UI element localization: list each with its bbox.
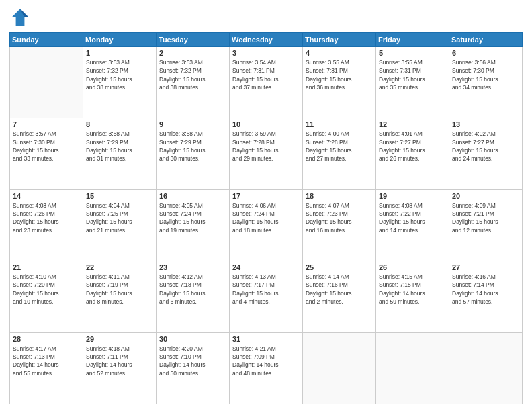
calendar-cell: 20Sunrise: 4:09 AM Sunset: 7:21 PM Dayli…	[449, 189, 523, 261]
day-number: 2	[159, 49, 226, 57]
header	[9, 7, 523, 28]
page: SundayMondayTuesdayWednesdayThursdayFrid…	[0, 0, 532, 411]
calendar-cell	[376, 332, 449, 404]
day-info: Sunrise: 4:13 AM Sunset: 7:17 PM Dayligh…	[232, 273, 300, 306]
calendar-cell: 7Sunrise: 3:57 AM Sunset: 7:30 PM Daylig…	[10, 118, 83, 189]
day-info: Sunrise: 3:55 AM Sunset: 7:31 PM Dayligh…	[306, 58, 373, 91]
day-info: Sunrise: 4:17 AM Sunset: 7:13 PM Dayligh…	[13, 345, 80, 377]
day-number: 31	[232, 335, 300, 343]
calendar-week-row: 7Sunrise: 3:57 AM Sunset: 7:30 PM Daylig…	[10, 118, 523, 189]
calendar-cell: 18Sunrise: 4:07 AM Sunset: 7:23 PM Dayli…	[303, 189, 376, 261]
day-number: 17	[232, 192, 300, 200]
calendar-cell: 8Sunrise: 3:58 AM Sunset: 7:29 PM Daylig…	[83, 118, 157, 189]
calendar-cell: 2Sunrise: 3:53 AM Sunset: 7:32 PM Daylig…	[157, 47, 230, 118]
day-info: Sunrise: 4:08 AM Sunset: 7:22 PM Dayligh…	[379, 201, 446, 234]
day-number: 4	[306, 49, 373, 57]
day-number: 6	[452, 49, 519, 57]
day-number: 13	[452, 120, 519, 128]
calendar-cell: 4Sunrise: 3:55 AM Sunset: 7:31 PM Daylig…	[303, 47, 376, 118]
day-number: 9	[159, 120, 226, 128]
day-info: Sunrise: 4:16 AM Sunset: 7:14 PM Dayligh…	[452, 273, 519, 306]
day-info: Sunrise: 3:53 AM Sunset: 7:32 PM Dayligh…	[159, 58, 226, 91]
calendar-cell: 31Sunrise: 4:21 AM Sunset: 7:09 PM Dayli…	[230, 332, 303, 404]
day-info: Sunrise: 4:01 AM Sunset: 7:27 PM Dayligh…	[379, 130, 446, 163]
day-info: Sunrise: 3:54 AM Sunset: 7:31 PM Dayligh…	[232, 58, 300, 91]
weekday-header: Saturday	[449, 33, 523, 47]
day-number: 23	[159, 263, 226, 271]
day-number: 25	[306, 263, 373, 271]
day-info: Sunrise: 4:10 AM Sunset: 7:20 PM Dayligh…	[13, 273, 80, 306]
calendar-cell	[10, 47, 83, 118]
day-number: 20	[452, 192, 519, 200]
weekday-header: Wednesday	[230, 33, 303, 47]
calendar-cell: 29Sunrise: 4:18 AM Sunset: 7:11 PM Dayli…	[83, 332, 157, 404]
calendar-cell: 27Sunrise: 4:16 AM Sunset: 7:14 PM Dayli…	[449, 261, 523, 332]
calendar-cell: 6Sunrise: 3:56 AM Sunset: 7:30 PM Daylig…	[449, 47, 523, 118]
calendar-cell: 21Sunrise: 4:10 AM Sunset: 7:20 PM Dayli…	[10, 261, 83, 332]
day-info: Sunrise: 3:53 AM Sunset: 7:32 PM Dayligh…	[86, 58, 153, 91]
calendar-cell: 22Sunrise: 4:11 AM Sunset: 7:19 PM Dayli…	[83, 261, 157, 332]
calendar-cell: 11Sunrise: 4:00 AM Sunset: 7:28 PM Dayli…	[303, 118, 376, 189]
day-number: 7	[13, 120, 80, 128]
day-number: 3	[232, 49, 300, 57]
logo-icon	[9, 7, 31, 28]
calendar-cell: 3Sunrise: 3:54 AM Sunset: 7:31 PM Daylig…	[230, 47, 303, 118]
day-number: 19	[379, 192, 446, 200]
weekday-header: Sunday	[10, 33, 83, 47]
logo	[9, 7, 34, 28]
day-number: 15	[86, 192, 153, 200]
day-info: Sunrise: 3:57 AM Sunset: 7:30 PM Dayligh…	[13, 130, 80, 163]
day-number: 12	[379, 120, 446, 128]
day-number: 16	[159, 192, 226, 200]
day-info: Sunrise: 4:06 AM Sunset: 7:24 PM Dayligh…	[232, 201, 300, 234]
weekday-header: Monday	[83, 33, 157, 47]
day-info: Sunrise: 4:21 AM Sunset: 7:09 PM Dayligh…	[232, 345, 300, 377]
day-info: Sunrise: 4:15 AM Sunset: 7:15 PM Dayligh…	[379, 273, 446, 306]
day-info: Sunrise: 4:14 AM Sunset: 7:16 PM Dayligh…	[306, 273, 373, 306]
day-info: Sunrise: 4:04 AM Sunset: 7:25 PM Dayligh…	[86, 201, 153, 234]
calendar-cell: 16Sunrise: 4:05 AM Sunset: 7:24 PM Dayli…	[157, 189, 230, 261]
calendar-cell: 28Sunrise: 4:17 AM Sunset: 7:13 PM Dayli…	[10, 332, 83, 404]
day-info: Sunrise: 3:59 AM Sunset: 7:28 PM Dayligh…	[232, 130, 300, 163]
day-number: 29	[86, 335, 153, 343]
day-info: Sunrise: 4:11 AM Sunset: 7:19 PM Dayligh…	[86, 273, 153, 306]
calendar-week-row: 21Sunrise: 4:10 AM Sunset: 7:20 PM Dayli…	[10, 261, 523, 332]
calendar-cell: 9Sunrise: 3:58 AM Sunset: 7:29 PM Daylig…	[157, 118, 230, 189]
day-info: Sunrise: 4:12 AM Sunset: 7:18 PM Dayligh…	[159, 273, 226, 306]
day-info: Sunrise: 4:07 AM Sunset: 7:23 PM Dayligh…	[306, 201, 373, 234]
day-number: 11	[306, 120, 373, 128]
calendar-cell: 30Sunrise: 4:20 AM Sunset: 7:10 PM Dayli…	[157, 332, 230, 404]
day-number: 10	[232, 120, 300, 128]
day-info: Sunrise: 3:58 AM Sunset: 7:29 PM Dayligh…	[159, 130, 226, 163]
day-info: Sunrise: 4:18 AM Sunset: 7:11 PM Dayligh…	[86, 345, 153, 377]
calendar-cell	[449, 332, 523, 404]
day-info: Sunrise: 4:03 AM Sunset: 7:26 PM Dayligh…	[13, 201, 80, 234]
day-number: 8	[86, 120, 153, 128]
calendar-cell: 1Sunrise: 3:53 AM Sunset: 7:32 PM Daylig…	[83, 47, 157, 118]
day-info: Sunrise: 3:58 AM Sunset: 7:29 PM Dayligh…	[86, 130, 153, 163]
calendar-cell: 13Sunrise: 4:02 AM Sunset: 7:27 PM Dayli…	[449, 118, 523, 189]
day-number: 21	[13, 263, 80, 271]
day-info: Sunrise: 4:05 AM Sunset: 7:24 PM Dayligh…	[159, 201, 226, 234]
day-number: 5	[379, 49, 446, 57]
day-number: 1	[86, 49, 153, 57]
calendar-cell: 24Sunrise: 4:13 AM Sunset: 7:17 PM Dayli…	[230, 261, 303, 332]
day-info: Sunrise: 3:55 AM Sunset: 7:31 PM Dayligh…	[379, 58, 446, 91]
day-info: Sunrise: 4:02 AM Sunset: 7:27 PM Dayligh…	[452, 130, 519, 163]
day-info: Sunrise: 4:09 AM Sunset: 7:21 PM Dayligh…	[452, 201, 519, 234]
day-info: Sunrise: 3:56 AM Sunset: 7:30 PM Dayligh…	[452, 58, 519, 91]
weekday-header: Friday	[376, 33, 449, 47]
calendar-week-row: 1Sunrise: 3:53 AM Sunset: 7:32 PM Daylig…	[10, 47, 523, 118]
day-number: 24	[232, 263, 300, 271]
calendar-cell	[303, 332, 376, 404]
calendar-cell: 26Sunrise: 4:15 AM Sunset: 7:15 PM Dayli…	[376, 261, 449, 332]
calendar-cell: 12Sunrise: 4:01 AM Sunset: 7:27 PM Dayli…	[376, 118, 449, 189]
day-number: 22	[86, 263, 153, 271]
day-number: 28	[13, 335, 80, 343]
calendar-cell: 14Sunrise: 4:03 AM Sunset: 7:26 PM Dayli…	[10, 189, 83, 261]
weekday-header: Thursday	[303, 33, 376, 47]
calendar-header-row: SundayMondayTuesdayWednesdayThursdayFrid…	[10, 33, 523, 47]
calendar-cell: 23Sunrise: 4:12 AM Sunset: 7:18 PM Dayli…	[157, 261, 230, 332]
calendar-cell: 5Sunrise: 3:55 AM Sunset: 7:31 PM Daylig…	[376, 47, 449, 118]
weekday-header: Tuesday	[157, 33, 230, 47]
